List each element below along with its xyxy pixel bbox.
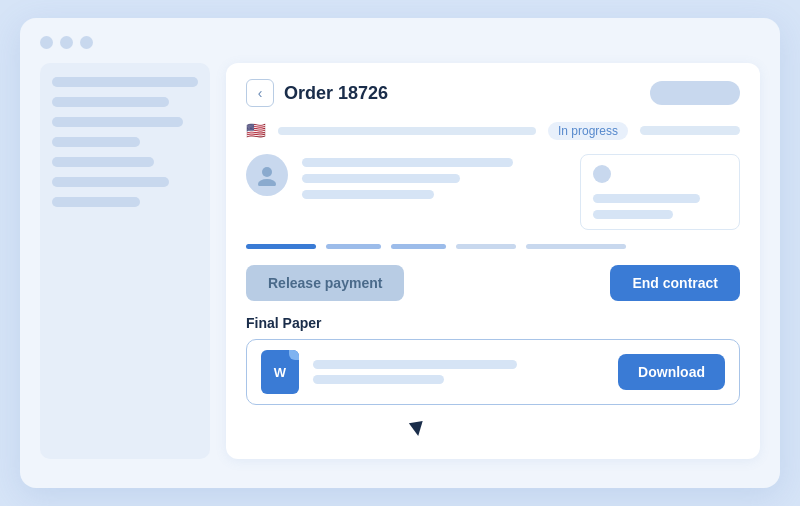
traffic-lights — [40, 36, 760, 49]
status-extra-line — [640, 126, 740, 135]
flag-icon: 🇺🇸 — [246, 121, 266, 140]
tab-4[interactable] — [456, 244, 516, 249]
header-pill — [650, 81, 740, 105]
svg-point-1 — [258, 179, 276, 186]
sidebar-line-5 — [52, 157, 154, 167]
end-contract-button[interactable]: End contract — [610, 265, 740, 301]
info-right-line-2 — [593, 210, 673, 219]
sidebar-line-3 — [52, 117, 183, 127]
info-right-circle — [593, 165, 611, 183]
order-panel: ‹ Order 18726 🇺🇸 In progress — [226, 63, 760, 459]
svg-point-0 — [262, 167, 272, 177]
info-text-block — [302, 154, 566, 199]
tab-2[interactable] — [326, 244, 381, 249]
final-paper-section: Final Paper W Download — [246, 315, 740, 405]
header-left: ‹ Order 18726 — [246, 79, 388, 107]
order-title: Order 18726 — [284, 83, 388, 104]
back-button[interactable]: ‹ — [246, 79, 274, 107]
panel-header: ‹ Order 18726 — [246, 79, 740, 107]
sidebar-line-4 — [52, 137, 140, 147]
traffic-light-close[interactable] — [40, 36, 53, 49]
info-row — [246, 154, 740, 230]
file-info — [313, 360, 604, 384]
traffic-light-maximize[interactable] — [80, 36, 93, 49]
tab-1[interactable] — [246, 244, 316, 249]
file-row: W Download — [246, 339, 740, 405]
word-letter: W — [274, 365, 286, 380]
sidebar-line-7 — [52, 197, 140, 207]
file-line-2 — [313, 375, 444, 384]
tabs-row — [246, 244, 740, 249]
sidebar-line-2 — [52, 97, 169, 107]
back-icon: ‹ — [258, 85, 263, 101]
cursor-pointer — [409, 421, 425, 437]
action-row: Release payment End contract — [246, 265, 740, 301]
traffic-light-minimize[interactable] — [60, 36, 73, 49]
status-progress-bar — [278, 127, 536, 135]
sidebar-line-1 — [52, 77, 198, 87]
status-badge: In progress — [548, 122, 628, 140]
file-line-1 — [313, 360, 517, 369]
avatar — [246, 154, 288, 196]
final-paper-label: Final Paper — [246, 315, 740, 331]
main-window: ‹ Order 18726 🇺🇸 In progress — [20, 18, 780, 488]
word-icon: W — [261, 350, 299, 394]
info-line-3 — [302, 190, 434, 199]
sidebar — [40, 63, 210, 459]
sidebar-line-6 — [52, 177, 169, 187]
release-payment-button[interactable]: Release payment — [246, 265, 404, 301]
info-line-1 — [302, 158, 513, 167]
main-content: ‹ Order 18726 🇺🇸 In progress — [40, 63, 760, 459]
info-right-block — [580, 154, 740, 230]
status-row: 🇺🇸 In progress — [246, 121, 740, 140]
download-button[interactable]: Download — [618, 354, 725, 390]
info-right-line-1 — [593, 194, 700, 203]
info-line-2 — [302, 174, 460, 183]
tab-3[interactable] — [391, 244, 446, 249]
tab-5[interactable] — [526, 244, 626, 249]
